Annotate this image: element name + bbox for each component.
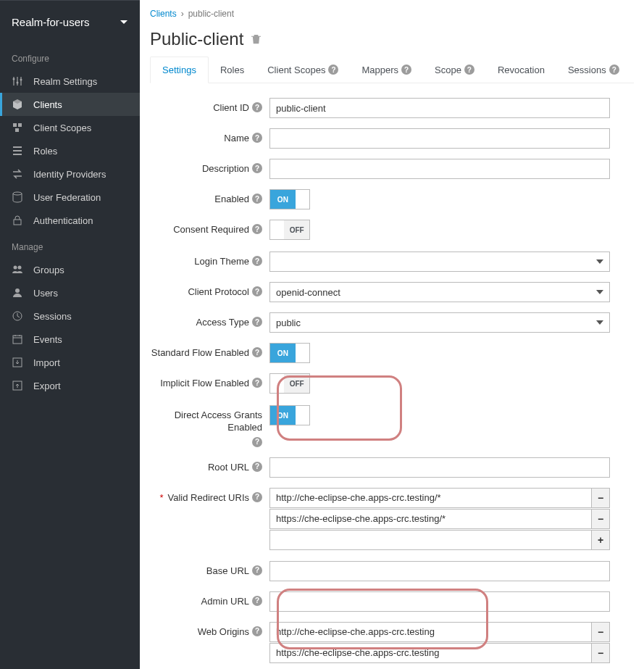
- description-input[interactable]: [269, 159, 610, 179]
- remove-button[interactable]: −: [591, 643, 610, 663]
- help-icon[interactable]: ?: [252, 163, 262, 173]
- label-admin-url: Admin URL: [201, 596, 249, 608]
- help-icon: ?: [464, 65, 474, 75]
- sidebar-item-label: Events: [33, 334, 62, 345]
- breadcrumb-current: public-client: [188, 9, 234, 19]
- redirect-uri-input[interactable]: [269, 488, 591, 508]
- sidebar-item-label: Authentication: [33, 215, 93, 226]
- sidebar-item-label: Clients: [33, 99, 62, 110]
- label-login-theme: Login Theme: [194, 256, 249, 268]
- add-button[interactable]: +: [591, 530, 610, 550]
- sidebar-item-clients[interactable]: Clients: [0, 93, 140, 116]
- tab-scope[interactable]: Scope?: [423, 57, 486, 83]
- help-icon[interactable]: ?: [252, 286, 262, 296]
- svg-point-0: [13, 78, 15, 80]
- help-icon[interactable]: ?: [252, 194, 262, 204]
- trash-icon[interactable]: [251, 33, 262, 46]
- tab-roles[interactable]: Roles: [209, 57, 256, 83]
- tab-client-scopes[interactable]: Client Scopes?: [256, 57, 350, 83]
- help-icon[interactable]: ?: [252, 256, 262, 266]
- web-origin-input[interactable]: [269, 643, 591, 663]
- required-marker: *: [159, 492, 163, 503]
- sidebar-item-label: Groups: [33, 265, 64, 275]
- enabled-toggle[interactable]: ON: [269, 189, 310, 209]
- tab-mappers[interactable]: Mappers?: [350, 57, 423, 83]
- sidebar-item-identity-providers[interactable]: Identity Providers: [0, 162, 140, 186]
- realm-selector[interactable]: Realm-for-users: [0, 0, 140, 43]
- sidebar-item-events[interactable]: Events: [0, 328, 140, 351]
- label-description: Description: [202, 163, 249, 175]
- svg-rect-12: [13, 336, 22, 344]
- help-icon[interactable]: ?: [252, 437, 262, 447]
- main-content: Clients › public-client Public-client Se…: [140, 0, 644, 669]
- consent-toggle[interactable]: OFF: [269, 220, 310, 240]
- help-icon[interactable]: ?: [252, 378, 262, 388]
- page-title-text: Public-client: [150, 29, 243, 49]
- label-web-origins: Web Origins: [198, 626, 249, 639]
- help-icon[interactable]: ?: [252, 317, 262, 327]
- help-icon[interactable]: ?: [252, 133, 262, 143]
- sidebar-item-realm-settings[interactable]: Realm Settings: [0, 70, 140, 93]
- help-icon: ?: [401, 65, 411, 75]
- label-consent: Consent Required: [173, 224, 249, 236]
- base-url-input[interactable]: [269, 561, 610, 581]
- sidebar-item-users[interactable]: Users: [0, 281, 140, 304]
- help-icon[interactable]: ?: [252, 347, 262, 357]
- sidebar-item-label: Sessions: [33, 311, 72, 322]
- svg-point-6: [13, 192, 22, 195]
- label-client-id: Client ID: [213, 102, 249, 115]
- svg-point-2: [20, 79, 22, 81]
- direct-grants-toggle[interactable]: ON: [269, 405, 310, 425]
- sidebar-item-roles[interactable]: Roles: [0, 139, 140, 162]
- exchange-icon: [12, 168, 23, 180]
- sidebar-item-groups[interactable]: Groups: [0, 258, 140, 281]
- login-theme-select[interactable]: [269, 252, 610, 272]
- remove-button[interactable]: −: [591, 509, 610, 529]
- realm-name: Realm-for-users: [12, 16, 90, 28]
- import-icon: [12, 357, 23, 368]
- help-icon[interactable]: ?: [252, 596, 262, 606]
- sidebar-item-user-federation[interactable]: User Federation: [0, 186, 140, 209]
- sidebar-item-authentication[interactable]: Authentication: [0, 209, 140, 232]
- remove-button[interactable]: −: [591, 622, 610, 642]
- access-type-select[interactable]: public: [269, 312, 610, 333]
- remove-button[interactable]: −: [591, 488, 610, 508]
- tab-settings[interactable]: Settings: [150, 57, 209, 83]
- redirect-uri-input[interactable]: [269, 509, 591, 529]
- breadcrumb: Clients › public-client: [150, 9, 634, 19]
- cubes-icon: [12, 122, 23, 133]
- help-icon[interactable]: ?: [252, 565, 262, 575]
- help-icon[interactable]: ?: [252, 462, 262, 472]
- sidebar-item-client-scopes[interactable]: Client Scopes: [0, 116, 140, 139]
- help-icon[interactable]: ?: [252, 102, 262, 112]
- help-icon[interactable]: ?: [252, 492, 262, 502]
- sidebar: Realm-for-users Configure Realm Settings…: [0, 0, 140, 669]
- label-direct-grants: Direct Access Grants Enabled: [150, 410, 262, 434]
- name-input[interactable]: [269, 128, 610, 149]
- root-url-input[interactable]: [269, 457, 610, 478]
- svg-rect-5: [15, 128, 19, 132]
- label-name: Name: [224, 133, 249, 145]
- sidebar-item-sessions[interactable]: Sessions: [0, 304, 140, 328]
- client-protocol-select[interactable]: openid-connect: [269, 282, 610, 302]
- client-id-input[interactable]: [269, 98, 610, 118]
- sidebar-item-export[interactable]: Export: [0, 374, 140, 397]
- user-icon: [12, 287, 23, 299]
- breadcrumb-root[interactable]: Clients: [150, 9, 177, 19]
- label-root-url: Root URL: [208, 462, 249, 474]
- sidebar-item-import[interactable]: Import: [0, 351, 140, 374]
- web-origin-input[interactable]: [269, 622, 591, 642]
- label-standard-flow: Standard Flow Enabled: [151, 347, 249, 360]
- redirect-uri-input-empty[interactable]: [269, 530, 591, 550]
- breadcrumb-sep: ›: [181, 9, 184, 19]
- sidebar-item-label: Realm Settings: [33, 76, 97, 87]
- label-base-url: Base URL: [206, 565, 249, 578]
- tab-sessions[interactable]: Sessions?: [556, 57, 631, 83]
- implicit-flow-toggle[interactable]: OFF: [269, 373, 310, 394]
- admin-url-input[interactable]: [269, 591, 610, 612]
- help-icon[interactable]: ?: [252, 626, 262, 636]
- svg-point-8: [14, 266, 17, 270]
- tab-revocation[interactable]: Revocation: [486, 57, 556, 83]
- help-icon[interactable]: ?: [252, 224, 262, 234]
- standard-flow-toggle[interactable]: ON: [269, 343, 310, 363]
